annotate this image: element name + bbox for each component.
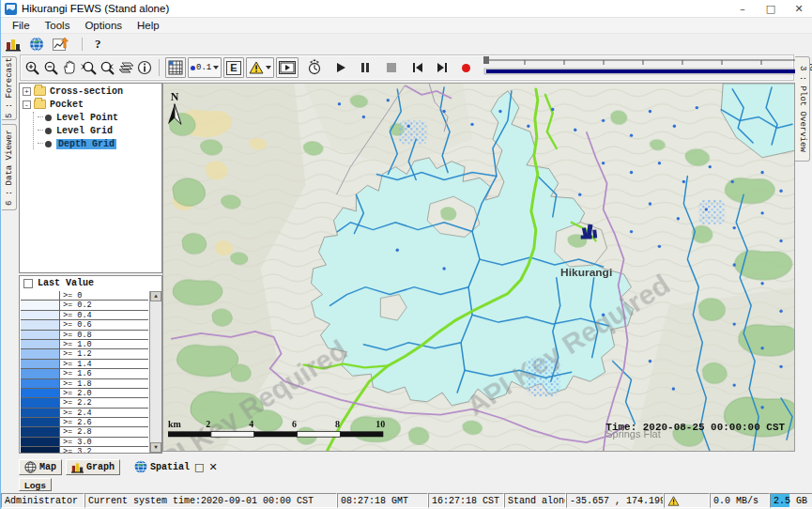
- panel-close-icon[interactable]: ✕: [208, 461, 217, 473]
- time-slider-thumb[interactable]: [483, 56, 489, 64]
- profile-display-icon[interactable]: [53, 37, 69, 52]
- menu-bar: File Tools Options Help: [1, 18, 812, 34]
- menu-tools[interactable]: Tools: [38, 20, 78, 31]
- svg-text:6: 6: [292, 419, 297, 429]
- stop-button[interactable]: [382, 57, 401, 78]
- close-button[interactable]: ✕: [785, 0, 812, 17]
- legend-panel: Last Value >= 0 >= 0.2 >= 0.4 >= 0.6 >= …: [19, 275, 162, 454]
- zoom-in-button[interactable]: [23, 57, 41, 78]
- zoom-previous-button[interactable]: [79, 57, 98, 78]
- time-slider[interactable]: [482, 54, 803, 81]
- tab-data-viewer[interactable]: 6 : Data Viewer: [2, 124, 17, 210]
- tab-forecast[interactable]: 5 : Forecast: [2, 56, 17, 120]
- legend-swatch: [21, 311, 60, 319]
- tab-graph[interactable]: Graph: [66, 459, 120, 475]
- toolbar-separator: [82, 38, 83, 51]
- legend-label: >= 2.0: [60, 389, 148, 397]
- record-button[interactable]: [457, 57, 476, 78]
- spatial-map[interactable]: API Key Required API Key Required Hikura…: [162, 83, 795, 452]
- legend-label: >= 2.2: [60, 398, 148, 407]
- pan-hand-button[interactable]: [60, 57, 79, 78]
- interval-value: 0.1: [196, 63, 211, 72]
- scroll-up-icon[interactable]: ▲: [150, 291, 161, 301]
- scroll-down-icon[interactable]: ▼: [150, 442, 161, 453]
- timeline-loaded-bar: [486, 69, 798, 73]
- panel-maximize-icon[interactable]: □: [194, 461, 204, 473]
- layers-button[interactable]: [116, 57, 135, 78]
- labels-toggle-button[interactable]: E: [223, 57, 243, 78]
- legend-table: >= 0 >= 0.2 >= 0.4 >= 0.6 >= 0.8 >= 1.0 …: [21, 291, 148, 453]
- legend-row: >= 1.4: [21, 360, 148, 369]
- legend-row: >= 0.2: [21, 301, 148, 310]
- minimize-button[interactable]: –: [728, 0, 757, 17]
- globe-map-icon[interactable]: [29, 37, 44, 52]
- legend-label: >= 1.6: [60, 369, 148, 378]
- info-button[interactable]: [135, 57, 154, 78]
- legend-row: >= 1.2: [21, 349, 148, 359]
- zoom-out-button[interactable]: [41, 57, 60, 78]
- graph-icon: [71, 461, 84, 473]
- menu-file[interactable]: File: [5, 20, 38, 31]
- zoom-next-button[interactable]: [98, 57, 116, 78]
- globe-icon: [24, 461, 37, 473]
- chevron-down-icon: [266, 66, 271, 69]
- last-value-checkbox[interactable]: [23, 279, 33, 288]
- maximize-button[interactable]: □: [757, 0, 785, 17]
- database-chart-icon[interactable]: [6, 37, 21, 52]
- status-warning-cell[interactable]: [664, 493, 710, 508]
- play-button[interactable]: [331, 57, 350, 78]
- thresholds-dropdown[interactable]: [246, 57, 274, 78]
- legend-row: >= 1.0: [21, 340, 148, 349]
- map-canvas[interactable]: API Key Required API Key Required Hikura…: [163, 84, 795, 452]
- tree-node-pocket[interactable]: - Pocket: [20, 99, 161, 110]
- expand-plus-icon[interactable]: +: [23, 87, 31, 96]
- legend-label: >= 0.6: [60, 320, 148, 329]
- logs-button[interactable]: Logs: [19, 478, 52, 491]
- tree-node-depth-grid[interactable]: Depth Grid: [38, 138, 161, 149]
- legend-swatch: [21, 438, 60, 446]
- legend-label: >= 2.8: [60, 427, 148, 436]
- svg-text:10: 10: [375, 419, 385, 429]
- legend-swatch: [21, 409, 60, 417]
- tree-node-level-point[interactable]: Level Point: [38, 112, 161, 123]
- contour-interval-dropdown[interactable]: 0.1: [188, 57, 222, 78]
- collapse-minus-icon[interactable]: -: [23, 100, 31, 109]
- animation-settings-button[interactable]: [305, 57, 324, 78]
- pause-button[interactable]: [356, 57, 375, 78]
- legend-label: >= 0.4: [60, 311, 148, 319]
- window-controls: – □ ✕: [728, 0, 812, 17]
- legend-label: >= 0.2: [60, 301, 148, 309]
- tree-node-cross-section[interactable]: + Cross-section: [20, 85, 161, 97]
- legend-row: >= 2.4: [21, 409, 148, 418]
- tree-node-level-grid[interactable]: Level Grid: [38, 125, 161, 136]
- step-last-button[interactable]: [433, 57, 452, 78]
- legend-swatch: [21, 301, 60, 309]
- menu-options[interactable]: Options: [77, 20, 130, 31]
- svg-text:km: km: [168, 419, 182, 429]
- tab-plot-overview[interactable]: 3 : Plot Overview: [795, 56, 810, 162]
- animation-dialog-button[interactable]: [276, 57, 299, 78]
- status-mode: Stand alone: [504, 493, 566, 508]
- grid-display-button[interactable]: [165, 57, 186, 78]
- legend-row: >= 0.8: [21, 331, 148, 340]
- tab-spatial-active[interactable]: Spatial □ ✕: [130, 459, 222, 475]
- legend-scrollbar[interactable]: ▲ ▼: [149, 291, 161, 453]
- legend-swatch: [21, 349, 60, 358]
- legend-header: Last Value: [20, 276, 161, 290]
- legend-label: >= 2.6: [60, 418, 148, 426]
- app-logo-icon: [5, 3, 17, 15]
- warning-icon: [249, 61, 264, 74]
- labels-letter: E: [226, 61, 240, 75]
- legend-label: >= 3.2: [60, 447, 148, 454]
- legend-label: >= 1.4: [60, 360, 148, 368]
- legend-label: >= 0: [60, 291, 148, 300]
- legend-swatch: [21, 331, 60, 339]
- step-first-button[interactable]: [408, 57, 427, 78]
- legend-swatch: [21, 427, 60, 436]
- menu-help[interactable]: Help: [130, 20, 167, 31]
- help-button[interactable]: ?: [95, 37, 101, 52]
- tab-map[interactable]: Map: [19, 459, 62, 475]
- map-time-label: Time: 2020-08-25 00:00:00 CST: [605, 422, 785, 433]
- status-local-time: 16:27:18 CST: [428, 493, 504, 508]
- legend-row: >= 1.8: [21, 379, 148, 389]
